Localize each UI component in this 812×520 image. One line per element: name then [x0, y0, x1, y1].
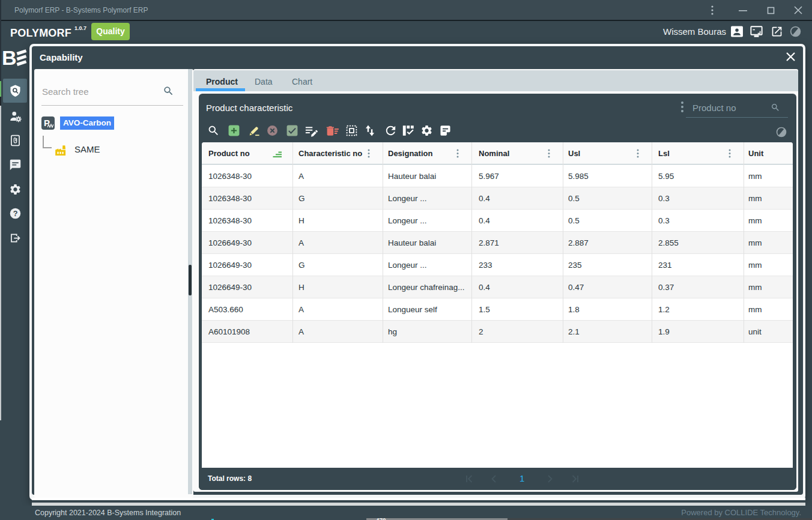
svg-text:?: ? — [13, 210, 18, 218]
